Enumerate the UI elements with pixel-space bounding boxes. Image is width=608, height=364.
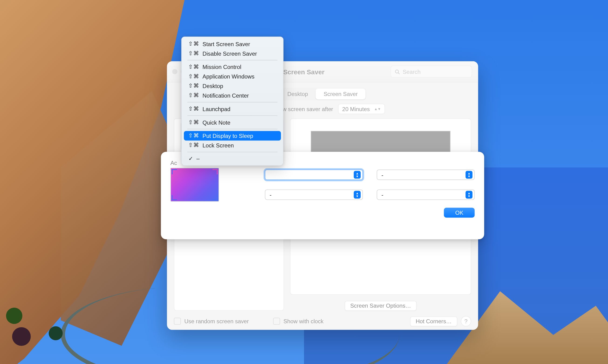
menu-item-label: Quick Note: [202, 119, 230, 126]
search-field[interactable]: Search: [390, 65, 472, 78]
tab-segmented-control: Desktop Screen Saver: [279, 88, 366, 100]
chevron-updown-icon: ▲▼: [465, 171, 472, 178]
tab-screen-saver[interactable]: Screen Saver: [316, 89, 365, 99]
modifier-keys: ⇧⌘: [188, 40, 199, 47]
modifier-keys: ⇧⌘: [188, 50, 199, 57]
svg-line-10: [398, 73, 399, 74]
menu-item-label: Application Windows: [202, 73, 254, 80]
check-icon: ✓: [188, 155, 193, 162]
corner-popup-top-left[interactable]: ▲▼: [265, 169, 363, 180]
svg-point-9: [395, 70, 398, 73]
chevron-updown-icon: ▲▼: [354, 191, 361, 198]
menu-item-start-ss[interactable]: ⇧⌘Start Screen Saver: [184, 39, 281, 49]
modifier-keys: ⇧⌘: [188, 132, 199, 139]
tab-desktop[interactable]: Desktop: [279, 89, 316, 99]
menu-item-app-win[interactable]: ⇧⌘Application Windows: [184, 71, 281, 81]
search-placeholder: Search: [403, 68, 421, 75]
corner-popup-bottom-right[interactable]: - ▲▼: [377, 189, 475, 200]
menu-item-label: Lock Screen: [202, 142, 234, 148]
corner-action-menu[interactable]: ⇧⌘Start Screen Saver⇧⌘Disable Screen Sav…: [181, 36, 283, 165]
menu-item-label: Desktop: [202, 83, 223, 89]
clock-checkbox[interactable]: [273, 318, 280, 325]
menu-item-none[interactable]: ✓–: [184, 154, 281, 163]
modifier-keys: ⇧⌘: [188, 92, 199, 99]
modifier-keys: ⇧⌘: [188, 73, 199, 80]
chevron-updown-icon: ▲▼: [465, 191, 472, 198]
menu-item-mission[interactable]: ⇧⌘Mission Control: [184, 62, 281, 71]
menu-item-label: Mission Control: [202, 64, 241, 70]
show-after-popup[interactable]: 20 Minutes ▲▼: [338, 104, 385, 114]
monitor-diagram: [170, 168, 219, 201]
menu-item-label: –: [196, 155, 199, 162]
clock-label: Show with clock: [283, 318, 323, 325]
modifier-keys: ⇧⌘: [188, 82, 199, 90]
modifier-keys: ⇧⌘: [188, 105, 199, 112]
menu-item-sleep[interactable]: ⇧⌘Put Display to Sleep: [184, 131, 281, 141]
menu-item-label: Start Screen Saver: [202, 40, 250, 47]
hot-corners-button[interactable]: Hot Corners…: [410, 316, 457, 326]
random-checkbox[interactable]: [174, 318, 181, 325]
menu-item-label: Put Display to Sleep: [202, 132, 253, 139]
ok-button[interactable]: OK: [444, 208, 475, 218]
menu-item-label: Launchpad: [202, 105, 230, 112]
menu-item-quicknote[interactable]: ⇧⌘Quick Note: [184, 117, 281, 127]
menu-item-label: Notification Center: [202, 92, 249, 99]
menu-item-desktop[interactable]: ⇧⌘Desktop: [184, 81, 281, 91]
chevron-updown-icon: ▲▼: [374, 108, 381, 110]
modifier-keys: ⇧⌘: [188, 119, 199, 126]
modifier-keys: ⇧⌘: [188, 142, 199, 149]
menu-item-notif[interactable]: ⇧⌘Notification Center: [184, 91, 281, 100]
corner-popup-bottom-left[interactable]: - ▲▼: [265, 189, 363, 200]
modifier-keys: ⇧⌘: [188, 63, 199, 70]
menu-item-disable-ss[interactable]: ⇧⌘Disable Screen Saver: [184, 49, 281, 58]
help-button[interactable]: ?: [461, 316, 471, 326]
menu-item-label: Disable Screen Saver: [202, 50, 257, 57]
menu-item-lock[interactable]: ⇧⌘Lock Screen: [184, 141, 281, 150]
random-label: Use random screen saver: [184, 318, 249, 325]
search-icon: [394, 69, 400, 74]
corner-popup-top-right[interactable]: - ▲▼: [377, 169, 475, 180]
chevron-updown-icon: ▲▼: [354, 171, 361, 178]
menu-item-launchpad[interactable]: ⇧⌘Launchpad: [184, 104, 281, 114]
screensaver-options-button[interactable]: Screen Saver Options…: [344, 301, 417, 311]
